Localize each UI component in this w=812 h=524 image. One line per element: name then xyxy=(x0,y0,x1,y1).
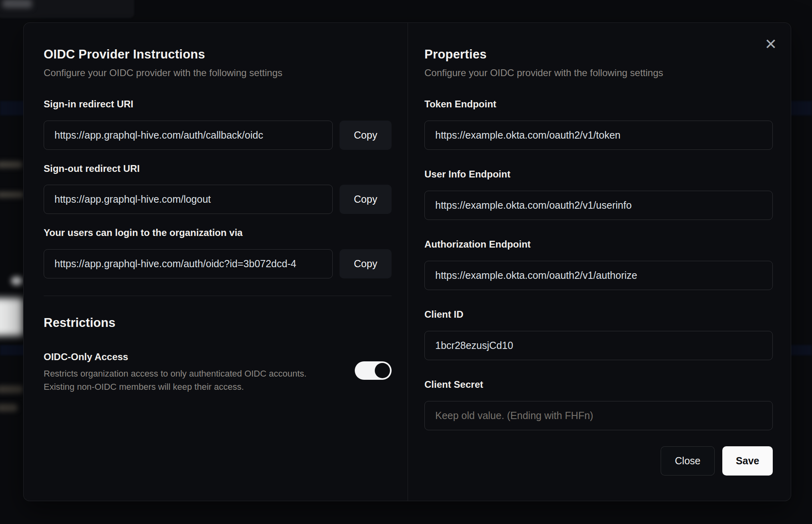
oidc-only-access-label: OIDC-Only Access xyxy=(44,351,307,363)
oidc-only-access-description-line1: Restricts organization access to only au… xyxy=(44,367,307,380)
properties-subtitle: Configure your OIDC provider with the fo… xyxy=(424,67,773,79)
background-blurred-button xyxy=(0,298,23,336)
oidc-only-access-description: Restricts organization access to only au… xyxy=(44,367,307,393)
properties-title: Properties xyxy=(424,47,773,62)
background-blurred-text xyxy=(0,404,18,412)
user-info-endpoint-input[interactable] xyxy=(424,191,773,220)
instructions-panel: OIDC Provider Instructions Configure you… xyxy=(44,23,392,393)
token-endpoint-input[interactable] xyxy=(424,121,773,150)
client-secret-row xyxy=(424,401,773,430)
properties-panel: Properties Configure your OIDC provider … xyxy=(424,23,773,476)
authorization-endpoint-row xyxy=(424,261,773,290)
instructions-title: OIDC Provider Instructions xyxy=(44,47,392,62)
authorization-endpoint-input[interactable] xyxy=(424,261,773,290)
org-login-uri-label: Your users can login to the organization… xyxy=(44,227,392,239)
oidc-only-access-row: OIDC-Only Access Restricts organization … xyxy=(44,351,392,393)
sign-in-redirect-uri-row: Copy xyxy=(44,121,392,150)
oidc-settings-dialog: ✕ OIDC Provider Instructions Configure y… xyxy=(23,22,791,501)
oidc-only-access-toggle[interactable] xyxy=(355,361,392,380)
background-blurred-dot xyxy=(11,276,22,285)
copy-org-login-uri-button[interactable]: Copy xyxy=(340,249,392,278)
user-info-endpoint-label: User Info Endpoint xyxy=(424,168,773,180)
sign-out-redirect-uri-row: Copy xyxy=(44,185,392,214)
save-button[interactable]: Save xyxy=(722,446,773,476)
oidc-only-access-description-line2: Existing non-OIDC members will keep thei… xyxy=(44,380,307,393)
copy-sign-in-uri-button[interactable]: Copy xyxy=(340,121,392,150)
client-secret-label: Client Secret xyxy=(424,379,773,391)
client-id-input[interactable] xyxy=(424,331,773,360)
background-blurred-text xyxy=(2,0,32,8)
org-login-uri-input[interactable] xyxy=(44,249,333,278)
instructions-subtitle: Configure your OIDC provider with the fo… xyxy=(44,67,392,79)
token-endpoint-row xyxy=(424,121,773,150)
sign-out-redirect-uri-input[interactable] xyxy=(44,185,333,214)
client-id-label: Client ID xyxy=(424,308,773,320)
user-info-endpoint-row xyxy=(424,191,773,220)
restrictions-title: Restrictions xyxy=(44,315,392,331)
background-blurred-text xyxy=(0,161,22,168)
close-button[interactable]: Close xyxy=(661,446,715,476)
org-login-uri-row: Copy xyxy=(44,249,392,278)
sign-out-redirect-uri-label: Sign-out redirect URI xyxy=(44,163,392,175)
screen: ✕ OIDC Provider Instructions Configure y… xyxy=(0,0,812,524)
toggle-thumb-icon xyxy=(375,363,390,378)
background-blurred-panel xyxy=(0,0,134,18)
column-divider xyxy=(408,23,408,501)
sign-in-redirect-uri-label: Sign-in redirect URI xyxy=(44,98,392,110)
background-blurred-text xyxy=(0,191,24,198)
dialog-actions: Close Save xyxy=(424,446,773,476)
token-endpoint-label: Token Endpoint xyxy=(424,98,773,110)
copy-sign-out-uri-button[interactable]: Copy xyxy=(340,185,392,214)
client-secret-input[interactable] xyxy=(424,401,773,430)
sign-in-redirect-uri-input[interactable] xyxy=(44,121,333,150)
authorization-endpoint-label: Authorization Endpoint xyxy=(424,238,773,250)
section-divider xyxy=(44,296,392,296)
background-blurred-text xyxy=(0,385,23,393)
oidc-only-access-texts: OIDC-Only Access Restricts organization … xyxy=(44,351,307,393)
client-id-row xyxy=(424,331,773,360)
